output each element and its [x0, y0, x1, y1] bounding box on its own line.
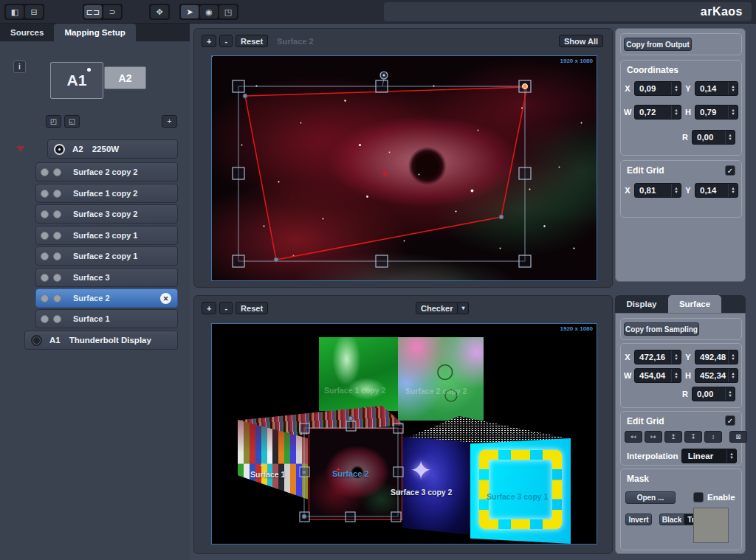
- mapped-quad-outline[interactable]: [245, 87, 527, 260]
- quad-corner-dot[interactable]: [499, 215, 504, 219]
- surface-dot-icon[interactable]: [41, 210, 49, 218]
- send-to-output-right-button[interactable]: ◱: [64, 115, 80, 128]
- link-outputs-icon[interactable]: ⊏⊐: [84, 5, 102, 18]
- output-a2-radio-icon[interactable]: [54, 144, 65, 155]
- copy-from-output-button[interactable]: Copy from Output: [624, 38, 692, 51]
- list-item-surface-1[interactable]: Surface 1: [35, 309, 178, 328]
- surface-dot-icon[interactable]: [53, 294, 61, 303]
- stepper-arrows[interactable]: ▲▼: [728, 369, 738, 382]
- stepper-arrows[interactable]: ▲▼: [725, 387, 735, 401]
- stepper-arrows[interactable]: ▲▼: [728, 350, 738, 364]
- mask-black-button[interactable]: Black: [659, 514, 684, 525]
- preview-output-icon[interactable]: ◉: [200, 5, 218, 18]
- output-a2-thumbnail[interactable]: A2: [104, 66, 146, 89]
- stepper-arrows[interactable]: ▲▼: [726, 449, 736, 463]
- tree-group-a1-display[interactable]: A1 Thunderbolt Display: [24, 331, 178, 350]
- grid-add-column-icon[interactable]: ↦: [645, 431, 662, 443]
- mask-open-button[interactable]: Open ...: [625, 491, 676, 504]
- handle-top-right[interactable]: [394, 424, 403, 433]
- grid-remove-column-icon[interactable]: ↤: [625, 431, 642, 443]
- send-to-output-left-button[interactable]: ◰: [46, 115, 61, 128]
- rotation-handle[interactable]: [348, 416, 353, 421]
- copy-from-sampling-button[interactable]: Copy from Sampling: [624, 322, 699, 336]
- surface-dot-icon[interactable]: [41, 232, 49, 240]
- list-item-surface-2-copy-2[interactable]: Surface 2 copy 2: [35, 162, 178, 182]
- surface-dot-icon[interactable]: [53, 210, 61, 218]
- coord-y-field[interactable]: 0,14 ▲▼: [695, 81, 738, 96]
- stepper-arrows[interactable]: ▲▼: [671, 369, 681, 382]
- show-all-button[interactable]: Show All: [559, 35, 603, 47]
- stepper-arrows[interactable]: ▲▼: [728, 106, 738, 119]
- list-item-surface-3-copy-2[interactable]: Surface 3 copy 2: [35, 204, 178, 224]
- output-a1-radio-icon[interactable]: [31, 335, 42, 346]
- surface-dot-icon[interactable]: [53, 232, 61, 240]
- quad-corner-dot[interactable]: [274, 257, 278, 262]
- tab-mapping-setup[interactable]: Mapping Setup: [54, 24, 135, 41]
- stepper-arrows[interactable]: ▲▼: [728, 184, 738, 197]
- reset-view-button[interactable]: Reset: [236, 35, 268, 47]
- coord-r-field[interactable]: 0,00 ▲▼: [692, 130, 735, 145]
- stepper-arrows[interactable]: ▲▼: [671, 106, 681, 119]
- grid-x-field[interactable]: 0,81 ▲▼: [634, 183, 681, 198]
- surface-dot-icon[interactable]: [53, 190, 61, 198]
- stepper-arrows[interactable]: ▲▼: [671, 82, 681, 95]
- tab-sources[interactable]: Sources: [0, 24, 54, 41]
- show-borders-icon[interactable]: ◳: [219, 5, 237, 18]
- close-icon[interactable]: ✕: [160, 293, 171, 304]
- unlink-outputs-icon[interactable]: ⊃: [103, 5, 121, 18]
- zoom-in-button[interactable]: +: [202, 302, 216, 314]
- fit-view-icon[interactable]: ✥: [151, 5, 168, 18]
- quad-corner-dot[interactable]: [302, 514, 306, 519]
- output-a1-thumbnail[interactable]: A1: [50, 62, 103, 99]
- surface-y-field[interactable]: 492,48 ▲▼: [695, 350, 738, 364]
- handle-bottom-left[interactable]: [233, 255, 244, 267]
- handle-bottom-center[interactable]: [346, 512, 355, 522]
- add-surface-button[interactable]: +: [162, 115, 177, 128]
- layout-left-panel-icon[interactable]: ◧: [6, 5, 24, 18]
- select-tool-icon[interactable]: ➤: [181, 5, 199, 18]
- surface-dot-icon[interactable]: [53, 252, 61, 260]
- quad-corner-dot[interactable]: [302, 470, 306, 474]
- quad-corner-dot-active[interactable]: [523, 84, 528, 89]
- layout-split-icon[interactable]: ⊟: [25, 5, 43, 18]
- chevron-down-icon[interactable]: ▾: [458, 302, 469, 314]
- handle-mid-left[interactable]: [233, 167, 244, 179]
- info-button[interactable]: i: [13, 61, 26, 73]
- reset-view-button[interactable]: Reset: [236, 302, 268, 314]
- checker-button[interactable]: Checker: [416, 302, 458, 314]
- edit-grid-checkbox[interactable]: ✓: [725, 415, 735, 426]
- surface-w-field[interactable]: 454,04 ▲▼: [634, 368, 681, 383]
- stepper-arrows[interactable]: ▲▼: [728, 82, 738, 95]
- surface-r-field[interactable]: 0,00 ▲▼: [692, 387, 735, 401]
- surface-dot-icon[interactable]: [53, 315, 61, 323]
- list-item-surface-2-copy-1[interactable]: Surface 2 copy 1: [35, 246, 178, 266]
- stepper-arrows[interactable]: ▲▼: [671, 350, 681, 364]
- tree-group-a2[interactable]: A2 2250W: [47, 139, 178, 159]
- handle-top-left[interactable]: [300, 424, 309, 433]
- scene-preview-viewport[interactable]: ✦ + Surface 1 + Surface 2 Surface 3 copy…: [211, 323, 597, 545]
- handle-bottom-right[interactable]: [391, 512, 401, 522]
- tab-display[interactable]: Display: [615, 295, 668, 313]
- quad-corner-dot[interactable]: [243, 94, 247, 98]
- list-item-surface-1-copy-2[interactable]: Surface 1 copy 2: [35, 184, 178, 203]
- zoom-out-button[interactable]: -: [219, 35, 233, 47]
- surface-dot-icon[interactable]: [53, 168, 61, 176]
- interpolation-dropdown[interactable]: Linear ▲▼: [681, 449, 737, 463]
- list-item-surface-3-copy-1[interactable]: Surface 3 copy 1: [35, 226, 178, 245]
- coord-h-field[interactable]: 0,79 ▲▼: [695, 105, 738, 120]
- handle-bottom-right[interactable]: [519, 255, 531, 267]
- grid-add-row-icon[interactable]: ↧: [684, 431, 702, 443]
- group-expander-icon[interactable]: [16, 146, 25, 152]
- tab-surface[interactable]: Surface: [668, 295, 721, 313]
- surface-x-field[interactable]: 472,16 ▲▼: [634, 350, 681, 364]
- zoom-in-button[interactable]: +: [202, 35, 216, 47]
- grid-remove-row-icon[interactable]: ↥: [664, 431, 682, 443]
- surface-editor-viewport[interactable]: 1920 x 1080: [211, 55, 597, 281]
- surface-dot-icon[interactable]: [41, 294, 49, 303]
- stepper-arrows[interactable]: ▲▼: [671, 184, 681, 197]
- mask-invert-button[interactable]: Invert: [625, 514, 652, 525]
- surface-dot-icon[interactable]: [41, 190, 49, 198]
- handle-bottom-center[interactable]: [376, 255, 388, 267]
- surface-dot-icon[interactable]: [53, 274, 61, 282]
- edit-grid-checkbox[interactable]: ✓: [725, 165, 735, 176]
